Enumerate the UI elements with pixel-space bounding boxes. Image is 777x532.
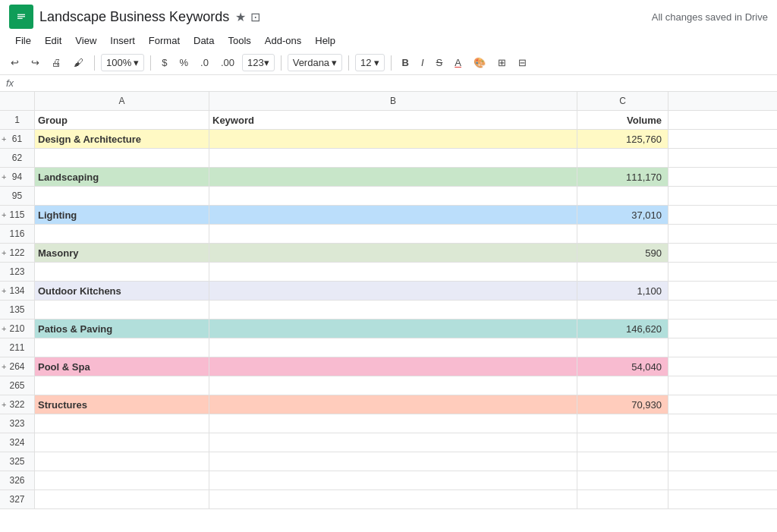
- header-cell-keyword[interactable]: Keyword: [209, 111, 577, 129]
- cell-keyword[interactable]: [209, 149, 577, 167]
- percent-button[interactable]: %: [175, 54, 193, 71]
- cell-keyword[interactable]: [209, 433, 577, 452]
- header-cell-volume[interactable]: Volume: [577, 111, 668, 129]
- zoom-dropdown[interactable]: 100% ▾: [101, 54, 144, 71]
- expand-button[interactable]: +: [2, 210, 6, 219]
- cell-keyword[interactable]: [209, 452, 577, 471]
- cell-group[interactable]: [35, 414, 209, 433]
- cell-volume[interactable]: 1,100: [577, 282, 668, 300]
- cell-volume[interactable]: 111,170: [577, 168, 668, 186]
- cell-keyword[interactable]: [209, 376, 577, 395]
- expand-button[interactable]: +: [2, 134, 6, 143]
- cell-volume[interactable]: [577, 301, 668, 319]
- cell-group[interactable]: [35, 301, 209, 319]
- cell-group[interactable]: [35, 490, 209, 508]
- col-header-c[interactable]: C: [577, 92, 668, 110]
- cell-volume[interactable]: [577, 452, 668, 471]
- cell-group[interactable]: Design & Architecture: [35, 130, 209, 148]
- cell-volume[interactable]: [577, 225, 668, 243]
- cell-keyword[interactable]: [209, 206, 577, 224]
- cell-keyword[interactable]: [209, 244, 577, 262]
- font-dropdown[interactable]: Verdana ▾: [288, 54, 342, 71]
- formula-input[interactable]: [21, 77, 771, 89]
- redo-button[interactable]: ↪: [27, 54, 44, 71]
- cell-group[interactable]: Lighting: [35, 206, 209, 224]
- cell-keyword[interactable]: [209, 320, 577, 338]
- menu-item-help[interactable]: Help: [309, 32, 341, 49]
- cell-keyword[interactable]: [209, 168, 577, 186]
- star-icon[interactable]: ★: [235, 10, 246, 24]
- expand-button[interactable]: +: [2, 286, 6, 295]
- menu-item-add-ons[interactable]: Add-ons: [259, 32, 307, 49]
- cell-volume[interactable]: 590: [577, 244, 668, 262]
- cell-volume[interactable]: [577, 471, 668, 490]
- cell-keyword[interactable]: [209, 263, 577, 281]
- cell-group[interactable]: [35, 187, 209, 205]
- cell-volume[interactable]: 37,010: [577, 206, 668, 224]
- cell-group[interactable]: [35, 452, 209, 471]
- cell-group[interactable]: Patios & Paving: [35, 320, 209, 338]
- cell-volume[interactable]: 54,040: [577, 357, 668, 376]
- fontsize-dropdown[interactable]: 12 ▾: [355, 54, 384, 71]
- decimal0-button[interactable]: .0: [196, 54, 213, 71]
- cell-group[interactable]: Structures: [35, 395, 209, 414]
- menu-item-format[interactable]: Format: [143, 32, 186, 49]
- menu-item-edit[interactable]: Edit: [39, 32, 68, 49]
- cell-volume[interactable]: [577, 338, 668, 357]
- cell-group[interactable]: Landscaping: [35, 168, 209, 186]
- menu-item-file[interactable]: File: [9, 32, 37, 49]
- cell-keyword[interactable]: [209, 471, 577, 490]
- col-header-b[interactable]: B: [209, 92, 577, 110]
- decimal00-button[interactable]: .00: [216, 54, 239, 71]
- expand-button[interactable]: +: [2, 400, 6, 409]
- cell-volume[interactable]: [577, 433, 668, 452]
- cell-keyword[interactable]: [209, 490, 577, 508]
- cell-volume[interactable]: [577, 490, 668, 508]
- expand-button[interactable]: +: [2, 172, 6, 181]
- paint-format-button[interactable]: 🖌: [69, 54, 88, 71]
- cell-volume[interactable]: 125,760: [577, 130, 668, 148]
- undo-button[interactable]: ↩: [6, 54, 24, 71]
- underline-button[interactable]: A: [450, 54, 466, 71]
- print-button[interactable]: 🖨: [47, 54, 66, 71]
- cell-volume[interactable]: [577, 149, 668, 167]
- cell-group[interactable]: [35, 471, 209, 490]
- menu-item-tools[interactable]: Tools: [222, 32, 256, 49]
- cell-keyword[interactable]: [209, 414, 577, 433]
- cell-keyword[interactable]: [209, 301, 577, 319]
- cell-keyword[interactable]: [209, 225, 577, 243]
- cell-keyword[interactable]: [209, 357, 577, 376]
- cell-group[interactable]: [35, 263, 209, 281]
- cell-group[interactable]: Pool & Spa: [35, 357, 209, 376]
- cell-volume[interactable]: [577, 263, 668, 281]
- header-cell-group[interactable]: Group: [35, 111, 209, 129]
- cell-keyword[interactable]: [209, 130, 577, 148]
- borders-button[interactable]: ⊞: [493, 54, 511, 71]
- cell-group[interactable]: [35, 149, 209, 167]
- format-dropdown[interactable]: 123▾: [242, 54, 275, 71]
- fill-color-button[interactable]: 🎨: [469, 54, 490, 71]
- cell-group[interactable]: [35, 376, 209, 395]
- expand-button[interactable]: +: [2, 324, 6, 333]
- cell-group[interactable]: Masonry: [35, 244, 209, 262]
- cell-keyword[interactable]: [209, 187, 577, 205]
- cell-group[interactable]: [35, 225, 209, 243]
- cell-keyword[interactable]: [209, 395, 577, 414]
- menu-item-data[interactable]: Data: [187, 32, 220, 49]
- cell-volume[interactable]: [577, 187, 668, 205]
- cell-volume[interactable]: 70,930: [577, 395, 668, 414]
- bold-button[interactable]: B: [398, 54, 414, 71]
- menu-item-insert[interactable]: Insert: [104, 32, 141, 49]
- menu-item-view[interactable]: View: [69, 32, 102, 49]
- italic-button[interactable]: I: [417, 54, 429, 71]
- cell-group[interactable]: [35, 338, 209, 357]
- col-header-a[interactable]: A: [35, 92, 209, 110]
- cell-volume[interactable]: 146,620: [577, 320, 668, 338]
- cell-volume[interactable]: [577, 376, 668, 395]
- expand-button[interactable]: +: [2, 248, 6, 257]
- merge-button[interactable]: ⊟: [514, 54, 531, 71]
- cell-group[interactable]: Outdoor Kitchens: [35, 282, 209, 300]
- cell-volume[interactable]: [577, 414, 668, 433]
- cell-keyword[interactable]: [209, 282, 577, 300]
- strikethrough-button[interactable]: S: [432, 54, 448, 71]
